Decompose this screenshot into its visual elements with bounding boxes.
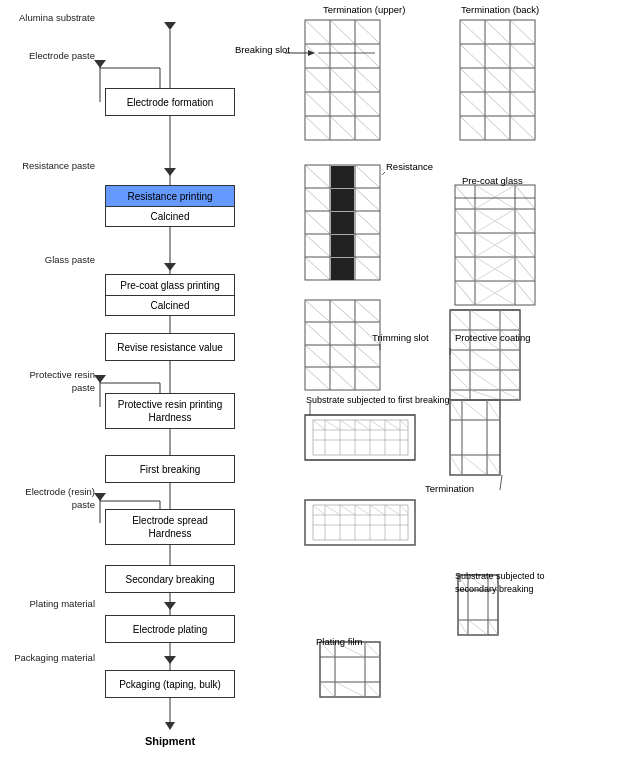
box-resistance-printing: Resistance printing xyxy=(105,185,235,207)
svg-line-118 xyxy=(455,185,475,209)
svg-line-137 xyxy=(475,281,515,305)
box-secondary-breaking: Secondary breaking xyxy=(105,565,235,593)
label-plating-film: Plating film xyxy=(316,636,362,647)
svg-line-52 xyxy=(355,20,380,44)
svg-line-207 xyxy=(462,455,487,475)
svg-line-133 xyxy=(475,185,515,209)
box-calcined-1: Calcined xyxy=(105,207,235,227)
svg-line-96 xyxy=(305,165,330,188)
label-alumina-substrate: Alumina substrate xyxy=(5,12,95,23)
svg-line-154 xyxy=(330,367,355,390)
svg-line-205 xyxy=(487,400,500,420)
svg-line-174 xyxy=(500,310,520,330)
label-resistance-paste: Resistance paste xyxy=(5,160,95,171)
svg-rect-138 xyxy=(305,300,380,390)
svg-line-196 xyxy=(385,420,400,430)
svg-line-147 xyxy=(305,322,330,345)
box-calcined-2: Calcined xyxy=(105,296,235,316)
label-trimming-slot: Trimming slot xyxy=(372,332,429,343)
label-protective-resin-paste: Protective resinpaste xyxy=(5,368,95,395)
svg-rect-109 xyxy=(331,235,354,257)
svg-line-225 xyxy=(340,505,355,515)
svg-marker-31 xyxy=(164,602,176,610)
svg-line-78 xyxy=(460,68,485,92)
svg-line-122 xyxy=(455,281,475,305)
svg-line-80 xyxy=(510,68,535,92)
svg-line-104 xyxy=(305,257,330,280)
box-protective-resin: Protective resin printing Hardness xyxy=(105,393,235,429)
svg-line-155 xyxy=(355,367,380,390)
svg-line-60 xyxy=(330,92,355,116)
label-termination: Termination xyxy=(425,483,474,494)
svg-line-79 xyxy=(485,68,510,92)
svg-line-130 xyxy=(475,233,515,257)
svg-line-55 xyxy=(355,44,380,68)
svg-line-204 xyxy=(462,400,487,420)
svg-rect-65 xyxy=(460,20,535,140)
svg-line-100 xyxy=(305,211,330,234)
svg-line-99 xyxy=(355,188,380,211)
svg-marker-13 xyxy=(164,22,176,30)
svg-line-226 xyxy=(355,505,370,515)
label-precoat-glass: Pre-coat glass xyxy=(462,175,523,186)
svg-line-120 xyxy=(455,233,475,257)
svg-line-153 xyxy=(305,367,330,390)
svg-rect-108 xyxy=(331,212,354,234)
svg-line-169 xyxy=(470,310,500,330)
svg-line-64 xyxy=(355,116,380,140)
label-packaging-material: Packaging material xyxy=(5,652,95,663)
svg-line-63 xyxy=(330,116,355,140)
svg-line-119 xyxy=(455,209,475,233)
label-electrode-paste: Electrode paste xyxy=(5,50,95,61)
svg-line-127 xyxy=(515,281,535,305)
svg-line-50 xyxy=(305,20,330,44)
label-breaking-slot: Breaking slot xyxy=(235,44,290,55)
svg-line-54 xyxy=(330,44,355,68)
svg-line-208 xyxy=(487,455,500,475)
svg-marker-15 xyxy=(94,60,106,68)
svg-marker-12 xyxy=(165,722,175,730)
svg-marker-22 xyxy=(94,375,106,383)
svg-line-123 xyxy=(515,185,535,209)
label-protective-coating: Protective coating xyxy=(455,332,531,343)
svg-line-171 xyxy=(470,350,500,370)
label-shipment: Shipment xyxy=(145,735,195,747)
svg-line-53 xyxy=(305,44,330,68)
svg-line-249 xyxy=(320,682,335,697)
svg-rect-111 xyxy=(455,185,535,305)
diagram-container: Alumina substrate Electrode paste Resist… xyxy=(0,0,620,763)
svg-line-121 xyxy=(455,257,475,281)
svg-line-227 xyxy=(370,505,385,515)
label-substrate-secondary-breaking: Substrate subjected to secondary breakin… xyxy=(455,570,565,595)
svg-line-253 xyxy=(382,172,385,175)
svg-line-61 xyxy=(355,92,380,116)
svg-line-131 xyxy=(475,257,515,281)
svg-line-59 xyxy=(305,92,330,116)
svg-line-84 xyxy=(460,116,485,140)
svg-line-105 xyxy=(355,257,380,280)
svg-rect-106 xyxy=(331,166,354,188)
svg-line-176 xyxy=(500,350,520,370)
svg-line-124 xyxy=(515,209,535,233)
svg-line-251 xyxy=(365,682,380,697)
svg-line-82 xyxy=(485,92,510,116)
svg-line-239 xyxy=(468,620,488,635)
box-electrode-plating: Electrode plating xyxy=(105,615,235,643)
svg-line-74 xyxy=(510,20,535,44)
svg-line-197 xyxy=(400,420,408,428)
svg-line-228 xyxy=(385,505,400,515)
svg-marker-27 xyxy=(94,493,106,501)
svg-line-224 xyxy=(325,505,340,515)
svg-line-248 xyxy=(365,642,380,657)
label-termination-upper: Termination (upper) xyxy=(323,4,405,15)
svg-line-98 xyxy=(305,188,330,211)
svg-line-62 xyxy=(305,116,330,140)
svg-line-85 xyxy=(485,116,510,140)
svg-line-72 xyxy=(460,20,485,44)
svg-line-86 xyxy=(510,116,535,140)
svg-line-126 xyxy=(515,257,535,281)
svg-rect-180 xyxy=(313,420,408,455)
svg-line-83 xyxy=(510,92,535,116)
svg-marker-88 xyxy=(308,50,315,56)
svg-line-146 xyxy=(355,300,380,322)
